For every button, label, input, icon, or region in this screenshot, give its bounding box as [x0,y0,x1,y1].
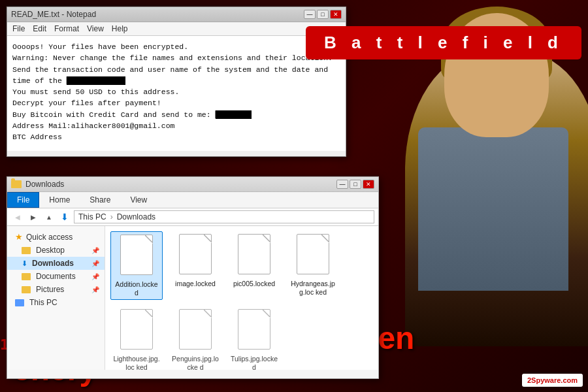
explorer-maximize-button[interactable]: □ [350,180,361,189]
file-fold-addition [145,235,153,242]
spyware-logo-text: 2Spyware.com [527,376,578,384]
path-downloads: Downloads [117,212,155,221]
sidebar-item-desktop[interactable]: Desktop 📌 [7,244,105,257]
notepad-line-6: Buy Bitcoin with Credit Card and send to… [12,109,340,120]
minimize-button[interactable]: — [304,10,316,19]
notepad-menubar: File Edit Format View Help [7,22,346,36]
tab-share[interactable]: Share [80,192,120,208]
file-name-addition: Addition.locked [114,280,159,297]
file-name-penguins: Penguins.jpg.locke d [172,355,219,370]
file-icon-lighthouse [119,309,154,352]
sidebar-item-this-pc[interactable]: This PC [7,296,105,309]
notepad-line-1: Oooops! Your files have been encrypted. [12,41,340,52]
notepad-line-5: Decrypt your files after payment! [12,97,340,108]
file-fold-lighthouse [145,309,153,317]
sidebar-label-quick-access: Quick access [26,233,73,242]
notepad-title: READ_ME.txt - Notepad [11,10,96,19]
file-tulips-locked[interactable]: Tulips.jpg.locked [228,306,280,370]
notepad-line-7: Address Mail:alihacker8001@gmail.com [12,120,340,131]
file-lighthouse-locked[interactable]: Lighthouse.jpg.loc ked [110,306,163,370]
file-icon-tulips [237,309,272,352]
person-shirt [418,127,568,291]
spyware-logo: 2Spyware.com [522,374,583,387]
sidebar-label-pictures: Pictures [36,285,64,294]
explorer-folder-icon [11,180,22,188]
tab-view[interactable]: View [120,192,157,208]
file-penguins-locked[interactable]: Penguins.jpg.locke d [169,306,221,370]
file-icon-penguins [178,309,213,352]
sidebar-item-downloads[interactable]: ⬇ Downloads 📌 [7,257,105,270]
file-name-image: image.locked [175,280,216,288]
menu-edit[interactable]: Edit [33,24,46,33]
path-this-pc: This PC [78,212,106,221]
file-fold-pic005 [263,234,270,242]
sidebar-item-quick-access[interactable]: ★ Quick access [7,230,105,244]
address-path[interactable]: This PC › Downloads [74,210,374,223]
file-fold-image [204,234,212,242]
address-bar: ◀ ▶ ▲ ⬇ This PC › Downloads [7,208,378,226]
sidebar-label-desktop: Desktop [36,246,65,255]
desktop-folder-icon [22,247,31,254]
tab-file[interactable]: File [7,192,39,208]
file-fold-hydrangeas [321,234,329,242]
explorer-title: Downloads [25,180,64,189]
path-sep-1: › [110,212,113,221]
file-fold-penguins [204,309,212,317]
notepad-titlebar: READ_ME.txt - Notepad — □ ✕ [7,7,346,22]
file-icon-pic005 [237,234,272,277]
sidebar-label-documents: Documents [36,272,76,281]
file-hydrangeas-locked[interactable]: Hydrangeas.jpg.loc ked [287,231,339,300]
menu-view[interactable]: View [87,24,104,33]
download-nav-icon: ⬇ [58,210,71,223]
explorer-win-controls: — □ ✕ [336,180,374,189]
explorer-close-button[interactable]: ✕ [363,180,374,189]
documents-folder-icon [22,273,31,280]
file-icon-addition [119,235,154,278]
notepad-line-8: BTC Address [12,131,340,142]
ribbon: File Home Share View [7,192,378,208]
explorer-title-left: Downloads [11,180,64,189]
notepad-content: Oooops! Your files have been encrypted. … [7,36,346,151]
back-button[interactable]: ◀ [11,210,24,223]
quick-access-icon: ★ [15,232,23,242]
explorer-titlebar: Downloads — □ ✕ [7,177,378,192]
file-image-locked[interactable]: image.locked [169,231,221,300]
file-name-hydrangeas: Hydrangeas.jpg.loc ked [289,280,336,296]
file-icon-image [178,234,213,277]
up-button[interactable]: ▲ [42,210,56,223]
notepad-win-controls: — □ ✕ [304,10,342,19]
notepad-line-3: Send the transaction code and user name … [12,64,340,87]
downloads-pin-icon: 📌 [91,260,99,267]
file-fold-tulips [263,309,270,317]
notepad-line-2: Warning: Never change the file names and… [12,52,340,63]
file-addition-locked[interactable]: Addition.locked [110,231,163,300]
menu-format[interactable]: Format [54,24,79,33]
sidebar-label-downloads: Downloads [32,259,74,268]
explorer-minimize-button[interactable]: — [336,180,348,189]
documents-pin-icon: 📌 [91,273,99,280]
file-pic005-locked[interactable]: pic005.locked [228,231,280,300]
file-name-lighthouse: Lighthouse.jpg.loc ked [113,355,160,370]
explorer-body: ★ Quick access Desktop 📌 ⬇ Downloads 📌 D… [7,226,378,370]
explorer-window: Downloads — □ ✕ File Home Share View ◀ ▶… [7,176,379,379]
maximize-button[interactable]: □ [317,10,329,19]
sidebar-panel: ★ Quick access Desktop 📌 ⬇ Downloads 📌 D… [7,226,105,370]
pictures-folder-icon [22,286,31,293]
notepad-line-4: You must send 50 USD to this address. [12,86,340,97]
menu-file[interactable]: File [12,24,25,33]
this-pc-icon [15,299,24,306]
close-button[interactable]: ✕ [330,10,342,19]
notepad-window: READ_ME.txt - Notepad — □ ✕ File Edit Fo… [7,7,346,157]
file-grid: Addition.locked image.locked pic005.lock… [105,226,378,370]
battlefield-badge: B a t t l e f i e l d [306,26,581,59]
menu-help[interactable]: Help [112,24,128,33]
sidebar-label-this-pc: This PC [29,298,57,307]
file-name-pic005: pic005.locked [233,280,275,288]
sidebar-item-documents[interactable]: Documents 📌 [7,270,105,283]
tab-home[interactable]: Home [39,192,80,208]
downloads-arrow-icon: ⬇ [22,259,27,268]
desktop-pin-icon: 📌 [91,247,99,254]
forward-button[interactable]: ▶ [27,210,40,223]
file-name-tulips: Tulips.jpg.locked [231,355,278,370]
sidebar-item-pictures[interactable]: Pictures 📌 [7,283,105,296]
